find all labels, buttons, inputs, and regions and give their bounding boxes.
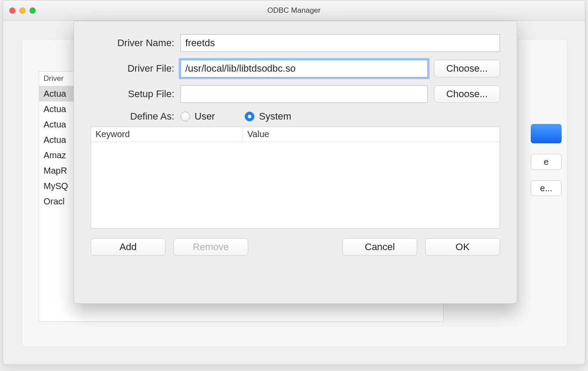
side-button-3[interactable]: e... [531,180,562,196]
driver-name-input[interactable] [180,34,500,52]
title-bar: ODBC Manager [3,0,585,21]
row-define-as: Define As: User System [91,111,500,122]
side-button-2[interactable]: e [531,154,562,170]
row-driver-name: Driver Name: [91,34,500,52]
radio-user[interactable]: User [180,111,215,122]
row-setup-file: Setup File: Choose... [91,85,500,103]
main-window: ODBC Manager Driver Actua Actua Actua Ac… [3,0,585,365]
radio-icon [180,112,190,121]
radio-system-label: System [259,111,291,122]
driver-editor-sheet: Driver Name: Driver File: Choose... Setu… [74,21,517,304]
label-driver-name: Driver Name: [91,37,174,49]
window-title: ODBC Manager [3,6,585,15]
setup-file-input[interactable] [180,85,428,103]
choose-setup-file-button[interactable]: Choose... [434,85,500,103]
choose-driver-file-button[interactable]: Choose... [434,60,500,77]
radio-system[interactable]: System [245,111,291,122]
add-button[interactable]: Add [91,238,165,256]
side-primary-button[interactable] [531,124,562,143]
kv-body [91,142,500,228]
driver-file-input[interactable] [180,60,428,77]
radio-user-label: User [195,111,215,122]
kv-header: Keyword Value [91,127,500,142]
kv-col-keyword: Keyword [91,127,243,142]
sheet-footer: Add Remove Cancel OK [91,238,500,256]
label-driver-file: Driver File: [91,63,174,74]
label-define-as: Define As: [91,111,174,122]
row-driver-file: Driver File: Choose... [91,60,500,77]
ok-button[interactable]: OK [425,238,500,256]
label-setup-file: Setup File: [91,88,174,100]
remove-button[interactable]: Remove [173,238,248,256]
radio-icon [245,112,254,121]
keyword-value-table[interactable]: Keyword Value [91,127,500,229]
cancel-button[interactable]: Cancel [342,238,417,256]
kv-col-value: Value [243,127,500,142]
